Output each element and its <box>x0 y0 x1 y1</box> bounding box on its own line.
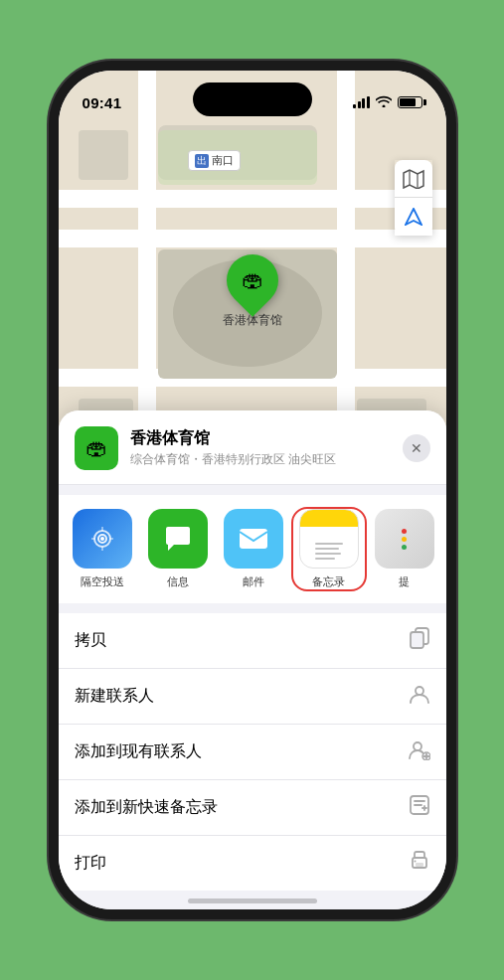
share-mail[interactable]: 邮件 <box>218 509 289 589</box>
phone-frame: 09:41 <box>59 71 446 909</box>
svg-rect-13 <box>416 863 423 867</box>
action-add-note-label: 添加到新快速备忘录 <box>75 797 218 818</box>
status-time: 09:41 <box>83 94 122 111</box>
action-copy[interactable]: 拷贝 <box>59 613 446 669</box>
location-name: 香港体育馆 <box>130 428 391 449</box>
svg-point-6 <box>416 687 423 695</box>
bottom-sheet: 🏟 香港体育馆 综合体育馆・香港特别行政区 油尖旺区 ✕ <box>59 410 446 909</box>
svg-rect-3 <box>240 529 267 549</box>
action-print-label: 打印 <box>75 853 106 874</box>
svg-point-7 <box>414 742 421 750</box>
share-row: 隔空投送 信息 邮件 <box>59 495 446 603</box>
mail-label: 邮件 <box>243 574 264 589</box>
action-copy-label: 拷贝 <box>75 630 106 651</box>
location-info: 香港体育馆 综合体育馆・香港特别行政区 油尖旺区 <box>130 428 391 468</box>
navigation-button[interactable] <box>395 198 432 236</box>
svg-rect-5 <box>411 632 423 648</box>
action-add-note[interactable]: 添加到新快速备忘录 <box>59 780 446 836</box>
action-new-contact[interactable]: 新建联系人 <box>59 669 446 725</box>
signal-bars-icon <box>353 96 370 108</box>
messages-label: 信息 <box>167 574 189 589</box>
airdrop-label: 隔空投送 <box>81 574 124 589</box>
pin-emoji: 🏟 <box>242 267 263 293</box>
location-subtitle: 综合体育馆・香港特别行政区 油尖旺区 <box>130 451 391 468</box>
wifi-icon <box>376 95 392 110</box>
dynamic-island <box>193 82 312 116</box>
home-indicator <box>59 891 446 909</box>
more-label: 提 <box>399 574 410 589</box>
location-pin[interactable]: 🏟 香港体育馆 <box>223 254 282 329</box>
share-notes[interactable]: 备忘录 <box>293 509 365 589</box>
share-airdrop[interactable]: 隔空投送 <box>67 509 138 589</box>
map-label: 出 南口 <box>188 150 241 171</box>
print-icon <box>409 850 430 877</box>
action-add-existing-label: 添加到现有联系人 <box>75 741 202 762</box>
map-controls <box>395 160 432 236</box>
location-header: 🏟 香港体育馆 综合体育馆・香港特别行政区 油尖旺区 ✕ <box>59 410 446 485</box>
svg-point-14 <box>414 861 416 863</box>
close-button[interactable]: ✕ <box>403 434 430 462</box>
new-contact-icon <box>409 683 430 710</box>
svg-point-2 <box>100 537 104 541</box>
action-new-contact-label: 新建联系人 <box>75 686 154 707</box>
map-type-button[interactable] <box>395 160 432 198</box>
notes-label: 备忘录 <box>312 574 345 589</box>
action-list: 拷贝 新建联系人 添 <box>59 613 446 891</box>
share-messages[interactable]: 信息 <box>142 509 214 589</box>
action-print[interactable]: 打印 <box>59 836 446 891</box>
action-add-existing[interactable]: 添加到现有联系人 <box>59 725 446 780</box>
battery-icon <box>398 96 422 108</box>
status-icons <box>353 95 422 110</box>
copy-icon <box>409 627 430 654</box>
add-note-icon <box>409 794 430 821</box>
add-existing-icon <box>409 738 430 765</box>
location-icon: 🏟 <box>75 426 118 470</box>
share-more[interactable]: 提 <box>369 509 440 589</box>
